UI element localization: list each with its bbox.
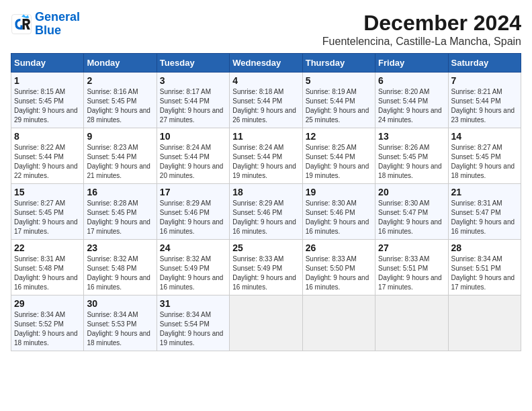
calendar-cell: 1 Sunrise: 8:15 AM Sunset: 5:45 PM Dayli… bbox=[11, 73, 84, 128]
day-info: Sunrise: 8:33 AM Sunset: 5:49 PM Dayligh… bbox=[232, 255, 299, 292]
calendar-cell: 30 Sunrise: 8:34 AM Sunset: 5:53 PM Dayl… bbox=[84, 295, 157, 351]
calendar-cell: 5 Sunrise: 8:19 AM Sunset: 5:44 PM Dayli… bbox=[302, 73, 375, 128]
calendar-cell: 4 Sunrise: 8:18 AM Sunset: 5:44 PM Dayli… bbox=[230, 73, 302, 128]
calendar-cell: 8 Sunrise: 8:22 AM Sunset: 5:44 PM Dayli… bbox=[11, 128, 84, 184]
calendar-cell: 27 Sunrise: 8:33 AM Sunset: 5:51 PM Dayl… bbox=[375, 240, 448, 295]
calendar-cell bbox=[448, 295, 521, 351]
day-number: 26 bbox=[306, 242, 372, 253]
calendar-title: December 2024 bbox=[322, 11, 521, 36]
calendar-cell bbox=[302, 295, 375, 351]
weekday-header-wednesday: Wednesday bbox=[230, 54, 302, 73]
day-info: Sunrise: 8:29 AM Sunset: 5:46 PM Dayligh… bbox=[232, 199, 299, 236]
day-info: Sunrise: 8:19 AM Sunset: 5:44 PM Dayligh… bbox=[306, 87, 372, 125]
calendar-cell: 11 Sunrise: 8:24 AM Sunset: 5:44 PM Dayl… bbox=[230, 128, 302, 184]
day-number: 16 bbox=[87, 187, 153, 197]
day-info: Sunrise: 8:27 AM Sunset: 5:45 PM Dayligh… bbox=[451, 143, 518, 181]
header: General Blue December 2024 Fuentelencina… bbox=[11, 11, 521, 48]
calendar-cell: 26 Sunrise: 8:33 AM Sunset: 5:50 PM Dayl… bbox=[302, 240, 375, 295]
day-info: Sunrise: 8:34 AM Sunset: 5:54 PM Dayligh… bbox=[160, 310, 226, 348]
day-info: Sunrise: 8:34 AM Sunset: 5:51 PM Dayligh… bbox=[451, 255, 518, 292]
day-number: 15 bbox=[14, 187, 81, 197]
day-info: Sunrise: 8:27 AM Sunset: 5:45 PM Dayligh… bbox=[14, 199, 81, 236]
day-number: 9 bbox=[87, 131, 153, 142]
day-info: Sunrise: 8:29 AM Sunset: 5:46 PM Dayligh… bbox=[160, 199, 226, 236]
calendar-week-5: 29 Sunrise: 8:34 AM Sunset: 5:52 PM Dayl… bbox=[11, 295, 521, 351]
calendar-header: SundayMondayTuesdayWednesdayThursdayFrid… bbox=[11, 54, 521, 73]
day-info: Sunrise: 8:24 AM Sunset: 5:44 PM Dayligh… bbox=[160, 143, 226, 181]
day-number: 17 bbox=[160, 187, 226, 197]
calendar-cell bbox=[375, 295, 448, 351]
day-info: Sunrise: 8:25 AM Sunset: 5:44 PM Dayligh… bbox=[306, 143, 372, 181]
day-info: Sunrise: 8:23 AM Sunset: 5:44 PM Dayligh… bbox=[87, 143, 153, 181]
day-info: Sunrise: 8:30 AM Sunset: 5:47 PM Dayligh… bbox=[378, 199, 445, 236]
day-info: Sunrise: 8:15 AM Sunset: 5:45 PM Dayligh… bbox=[14, 87, 81, 125]
day-number: 2 bbox=[87, 75, 153, 86]
day-number: 22 bbox=[14, 242, 81, 253]
calendar-subtitle: Fuentelencina, Castille-La Mancha, Spain bbox=[322, 36, 521, 48]
day-number: 19 bbox=[306, 187, 372, 197]
day-info: Sunrise: 8:21 AM Sunset: 5:44 PM Dayligh… bbox=[451, 87, 518, 125]
day-number: 20 bbox=[378, 187, 445, 197]
calendar-cell: 22 Sunrise: 8:31 AM Sunset: 5:48 PM Dayl… bbox=[11, 240, 84, 295]
day-info: Sunrise: 8:20 AM Sunset: 5:44 PM Dayligh… bbox=[378, 87, 445, 125]
day-info: Sunrise: 8:32 AM Sunset: 5:49 PM Dayligh… bbox=[160, 255, 226, 292]
day-number: 31 bbox=[160, 298, 226, 309]
calendar-cell: 9 Sunrise: 8:23 AM Sunset: 5:44 PM Dayli… bbox=[84, 128, 157, 184]
calendar-cell: 14 Sunrise: 8:27 AM Sunset: 5:45 PM Dayl… bbox=[448, 128, 521, 184]
day-number: 7 bbox=[451, 75, 518, 86]
day-number: 25 bbox=[232, 242, 299, 253]
day-number: 13 bbox=[378, 131, 445, 142]
day-info: Sunrise: 8:33 AM Sunset: 5:50 PM Dayligh… bbox=[306, 255, 372, 292]
day-info: Sunrise: 8:16 AM Sunset: 5:45 PM Dayligh… bbox=[87, 87, 153, 125]
calendar-cell: 13 Sunrise: 8:26 AM Sunset: 5:45 PM Dayl… bbox=[375, 128, 448, 184]
calendar-week-1: 1 Sunrise: 8:15 AM Sunset: 5:45 PM Dayli… bbox=[11, 73, 521, 128]
day-number: 27 bbox=[378, 242, 445, 253]
day-number: 10 bbox=[160, 131, 226, 142]
calendar-week-4: 22 Sunrise: 8:31 AM Sunset: 5:48 PM Dayl… bbox=[11, 240, 521, 295]
calendar-cell: 21 Sunrise: 8:31 AM Sunset: 5:47 PM Dayl… bbox=[448, 184, 521, 240]
day-info: Sunrise: 8:18 AM Sunset: 5:44 PM Dayligh… bbox=[232, 87, 299, 125]
calendar-cell: 20 Sunrise: 8:30 AM Sunset: 5:47 PM Dayl… bbox=[375, 184, 448, 240]
calendar-table: SundayMondayTuesdayWednesdayThursdayFrid… bbox=[11, 53, 521, 351]
calendar-cell: 6 Sunrise: 8:20 AM Sunset: 5:44 PM Dayli… bbox=[375, 73, 448, 128]
calendar-week-2: 8 Sunrise: 8:22 AM Sunset: 5:44 PM Dayli… bbox=[11, 128, 521, 184]
weekday-header-monday: Monday bbox=[84, 54, 157, 73]
weekday-header-tuesday: Tuesday bbox=[157, 54, 229, 73]
day-info: Sunrise: 8:32 AM Sunset: 5:48 PM Dayligh… bbox=[87, 255, 153, 292]
day-number: 21 bbox=[451, 187, 518, 197]
calendar-cell: 28 Sunrise: 8:34 AM Sunset: 5:51 PM Dayl… bbox=[448, 240, 521, 295]
calendar-cell: 17 Sunrise: 8:29 AM Sunset: 5:46 PM Dayl… bbox=[157, 184, 229, 240]
day-number: 18 bbox=[232, 187, 299, 197]
day-info: Sunrise: 8:24 AM Sunset: 5:44 PM Dayligh… bbox=[232, 143, 299, 181]
day-info: Sunrise: 8:34 AM Sunset: 5:52 PM Dayligh… bbox=[14, 310, 81, 348]
day-number: 14 bbox=[451, 131, 518, 142]
weekday-header-saturday: Saturday bbox=[448, 54, 521, 73]
day-number: 29 bbox=[14, 298, 81, 309]
title-area: December 2024 Fuentelencina, Castille-La… bbox=[322, 11, 521, 48]
calendar-cell: 7 Sunrise: 8:21 AM Sunset: 5:44 PM Dayli… bbox=[448, 73, 521, 128]
logo-general: General bbox=[35, 10, 80, 24]
day-number: 30 bbox=[87, 298, 153, 309]
day-number: 6 bbox=[378, 75, 445, 86]
day-info: Sunrise: 8:33 AM Sunset: 5:51 PM Dayligh… bbox=[378, 255, 445, 292]
calendar-cell: 15 Sunrise: 8:27 AM Sunset: 5:45 PM Dayl… bbox=[11, 184, 84, 240]
calendar-cell: 16 Sunrise: 8:28 AM Sunset: 5:45 PM Dayl… bbox=[84, 184, 157, 240]
calendar-cell bbox=[230, 295, 302, 351]
weekday-header-row: SundayMondayTuesdayWednesdayThursdayFrid… bbox=[11, 54, 521, 73]
day-number: 1 bbox=[14, 75, 81, 86]
day-info: Sunrise: 8:17 AM Sunset: 5:44 PM Dayligh… bbox=[160, 87, 226, 125]
day-info: Sunrise: 8:28 AM Sunset: 5:45 PM Dayligh… bbox=[87, 199, 153, 236]
calendar-week-3: 15 Sunrise: 8:27 AM Sunset: 5:45 PM Dayl… bbox=[11, 184, 521, 240]
calendar-cell: 2 Sunrise: 8:16 AM Sunset: 5:45 PM Dayli… bbox=[84, 73, 157, 128]
day-number: 23 bbox=[87, 242, 153, 253]
logo-text: General Blue bbox=[35, 11, 80, 38]
day-info: Sunrise: 8:31 AM Sunset: 5:48 PM Dayligh… bbox=[14, 255, 81, 292]
weekday-header-thursday: Thursday bbox=[302, 54, 375, 73]
calendar-body: 1 Sunrise: 8:15 AM Sunset: 5:45 PM Dayli… bbox=[11, 73, 521, 351]
calendar-cell: 24 Sunrise: 8:32 AM Sunset: 5:49 PM Dayl… bbox=[157, 240, 229, 295]
day-number: 28 bbox=[451, 242, 518, 253]
day-info: Sunrise: 8:22 AM Sunset: 5:44 PM Dayligh… bbox=[14, 143, 81, 181]
day-number: 12 bbox=[306, 131, 372, 142]
calendar-cell: 25 Sunrise: 8:33 AM Sunset: 5:49 PM Dayl… bbox=[230, 240, 302, 295]
calendar-cell: 29 Sunrise: 8:34 AM Sunset: 5:52 PM Dayl… bbox=[11, 295, 84, 351]
